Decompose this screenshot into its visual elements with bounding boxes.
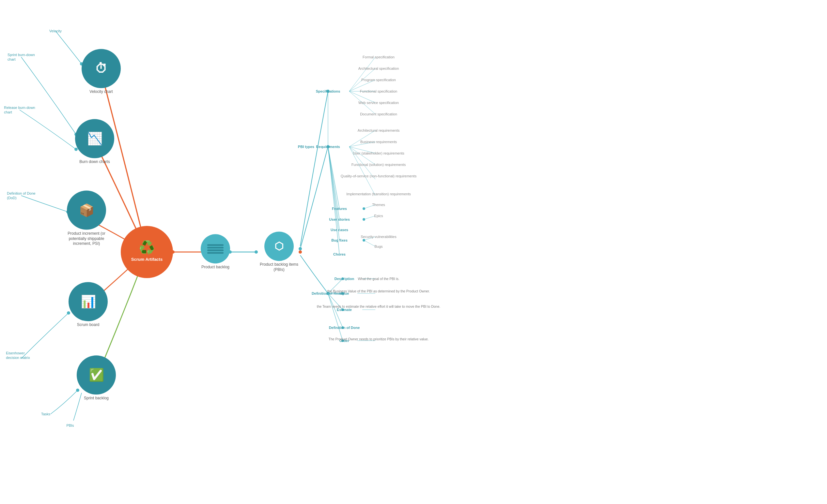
user-stories-node[interactable]: User stories xyxy=(329,217,350,221)
functional-spec-node[interactable]: Functional specification xyxy=(360,89,397,94)
scrum-board-label: Scrum board xyxy=(68,322,108,328)
document-spec-node[interactable]: Document specification xyxy=(360,112,397,116)
svg-point-52 xyxy=(362,218,365,221)
business-req-node[interactable]: Business requirements xyxy=(360,139,397,144)
svg-line-19 xyxy=(364,216,375,219)
themes-node[interactable]: Themes xyxy=(372,203,385,207)
release-burn-down-leaf[interactable]: Release burn-downchart xyxy=(4,105,35,115)
program-spec-node[interactable]: Program specification xyxy=(361,77,396,82)
impl-req-label: Implementation (transition) requirements xyxy=(346,192,410,196)
burn-down-charts-node[interactable]: 📉 Burn down charts xyxy=(75,119,114,165)
svg-line-13 xyxy=(328,147,339,209)
bugs-node[interactable]: Bugs xyxy=(374,244,383,249)
use-cases-label: Use cases xyxy=(331,228,348,232)
quality-req-node[interactable]: Quality-of-service (non-functional) requ… xyxy=(341,174,417,178)
arch-spec-node[interactable]: Architectural specification xyxy=(358,66,399,71)
use-cases-node[interactable]: Use cases xyxy=(331,228,348,232)
pbis-leaf[interactable]: PBIs xyxy=(66,423,74,428)
scrum-artifacts-node[interactable]: ♻️ Scrum Artifacts xyxy=(121,226,173,278)
web-service-spec-node[interactable]: Web service specification xyxy=(358,100,399,105)
velocity-label: Velocity xyxy=(49,29,62,33)
velocity-leaf[interactable]: Velocity xyxy=(49,29,62,33)
pbi-types-label: PBI types xyxy=(298,145,314,149)
features-label: Features xyxy=(332,207,347,211)
quality-req-label: Quality-of-service (non-functional) requ… xyxy=(341,174,417,178)
burn-down-label: Burn down charts xyxy=(75,159,114,165)
chores-label: Chores xyxy=(333,252,346,256)
formal-spec-node[interactable]: Formal specification xyxy=(362,55,395,59)
specifications-label: Specifications xyxy=(316,89,340,93)
sprint-burn-down-leaf[interactable]: Sprint burn-downchart xyxy=(7,53,35,62)
document-spec-label: Document specification xyxy=(360,112,397,116)
bug-fixes-label: Bug fixes xyxy=(331,238,348,242)
functional-spec-label: Functional specification xyxy=(360,89,397,94)
order-detail: The Product Owner needs to prioritize PB… xyxy=(329,337,429,341)
pbi-node[interactable]: ⬡ Product backlog items (PBIs) xyxy=(256,231,302,272)
description-label: Description xyxy=(335,277,354,281)
svg-point-53 xyxy=(362,239,365,241)
functional-req-label: Functional (solution) requirements xyxy=(351,162,406,167)
web-service-spec-label: Web service specification xyxy=(358,100,399,105)
security-vuln-label: Security vulnerabilities xyxy=(360,234,396,239)
dod-inner-node[interactable]: Definition of Done xyxy=(329,326,360,330)
tasks-leaf[interactable]: Tasks xyxy=(41,412,50,416)
svg-line-0 xyxy=(349,57,375,91)
value-detail-text: the Business Value of the PBI as determi… xyxy=(327,289,430,293)
estimate-detail-text: the Team needs to estimate the relative … xyxy=(317,304,440,309)
svg-point-51 xyxy=(362,207,365,210)
impl-req-node[interactable]: Implementation (transition) requirements xyxy=(346,192,410,196)
specifications-node[interactable]: Specifications xyxy=(316,89,340,93)
sprint-backlog-label: Sprint backlog xyxy=(77,396,116,401)
product-backlog-label: Product backlog xyxy=(201,265,230,270)
velocity-chart-node[interactable]: ⏱ Velocity chart xyxy=(82,49,121,95)
scrum-artifacts-label: Scrum Artifacts xyxy=(130,255,164,264)
user-req-node[interactable]: User (stakeholder) requirements xyxy=(353,151,404,156)
user-req-label: User (stakeholder) requirements xyxy=(353,151,404,156)
value-detail: the Business Value of the PBI as determi… xyxy=(327,289,430,293)
eisenhower-leaf[interactable]: Eisenhowerdecision matrix xyxy=(6,351,30,360)
features-node[interactable]: Features xyxy=(332,207,347,211)
description-detail: What the goal of the PBI is. xyxy=(358,276,399,281)
eisenhower-label: Eisenhowerdecision matrix xyxy=(6,351,30,360)
pbis-label: PBIs xyxy=(66,423,74,428)
pbi-types-node[interactable]: PBI types xyxy=(298,145,314,149)
chores-node[interactable]: Chores xyxy=(333,252,346,256)
mindmap-container: ♻️ Scrum Artifacts ⏱ Velocity chart Velo… xyxy=(0,0,827,504)
business-req-label: Business requirements xyxy=(360,139,397,144)
arch-spec-label: Architectural specification xyxy=(358,66,399,71)
formal-spec-label: Formal specification xyxy=(362,55,395,59)
security-vuln-node[interactable]: Security vulnerabilities xyxy=(360,234,396,239)
sprint-burn-down-label: Sprint burn-downchart xyxy=(7,53,35,62)
description-node[interactable]: Description xyxy=(335,277,354,281)
arch-req-label: Architectural requirements xyxy=(358,128,399,133)
user-stories-label: User stories xyxy=(329,217,350,221)
definition-of-done-label: Definition of Done(DoD) xyxy=(7,191,35,201)
requirements-label: Requirements xyxy=(316,145,340,149)
product-increment-label: Product increment (or potentially shippa… xyxy=(62,231,111,246)
sprint-backlog-node[interactable]: ✅ Sprint backlog xyxy=(77,355,116,401)
epics-node[interactable]: Epics xyxy=(374,214,383,218)
definition-of-done-leaf[interactable]: Definition of Done(DoD) xyxy=(7,191,35,201)
estimate-detail: the Team needs to estimate the relative … xyxy=(317,304,440,309)
product-increment-node[interactable]: 📦 Product increment (or potentially ship… xyxy=(62,191,111,246)
epics-label: Epics xyxy=(374,214,383,218)
release-burn-down-label: Release burn-downchart xyxy=(4,105,35,115)
velocity-chart-label: Velocity chart xyxy=(82,89,121,95)
svg-line-9 xyxy=(349,147,375,165)
functional-req-node[interactable]: Functional (solution) requirements xyxy=(351,162,406,167)
program-spec-label: Program specification xyxy=(361,77,396,82)
scrum-board-node[interactable]: 📊 Scrum board xyxy=(68,282,108,328)
bugs-label: Bugs xyxy=(374,244,383,249)
svg-line-6 xyxy=(349,130,375,147)
bug-fixes-node[interactable]: Bug fixes xyxy=(331,238,348,242)
svg-line-26 xyxy=(328,293,343,341)
tasks-label: Tasks xyxy=(41,412,50,416)
arch-req-node[interactable]: Architectural requirements xyxy=(358,128,399,133)
description-detail-text: What the goal of the PBI is. xyxy=(358,276,399,281)
requirements-node[interactable]: Requirements xyxy=(316,145,340,149)
dod-inner-label: Definition of Done xyxy=(329,326,360,330)
themes-label: Themes xyxy=(372,203,385,207)
svg-line-21 xyxy=(364,240,375,246)
pbi-label: Product backlog items (PBIs) xyxy=(256,262,302,272)
product-backlog-node[interactable]: Product backlog xyxy=(201,234,230,270)
